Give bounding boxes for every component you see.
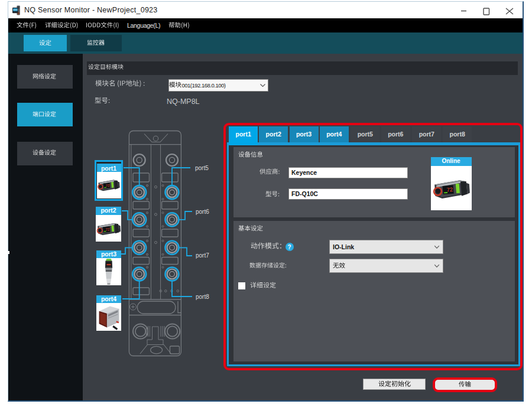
svg-text:72: 72 xyxy=(105,227,110,232)
